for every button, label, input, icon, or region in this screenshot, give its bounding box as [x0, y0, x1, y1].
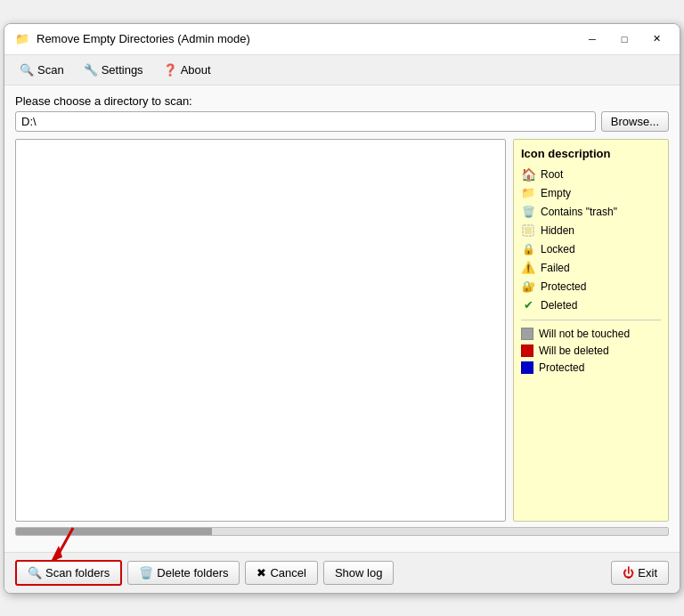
icon-row-protected: 🔐 Protected: [521, 280, 661, 294]
directory-input[interactable]: [15, 111, 596, 132]
hidden-label: Hidden: [541, 224, 574, 237]
delete-folders-icon: 🗑️: [139, 566, 153, 580]
exit-button[interactable]: ⏻ Exit: [611, 561, 669, 585]
legend-row-untouched: Will not be touched: [521, 328, 661, 340]
window-title: Remove Empty Directories (Admin mode): [37, 32, 250, 45]
show-log-button[interactable]: Show log: [323, 561, 394, 585]
delete-folders-button[interactable]: 🗑️ Delete folders: [127, 561, 240, 585]
scan-toolbar-button[interactable]: 🔍 Scan: [12, 59, 72, 81]
progress-bar-container: [15, 527, 669, 536]
hidden-icon: [521, 223, 535, 238]
icon-separator: [521, 320, 661, 320]
title-bar: 📁 Remove Empty Directories (Admin mode) …: [4, 24, 680, 55]
root-icon: 🏠: [521, 167, 535, 182]
window-controls: ─ □ ✕: [580, 31, 669, 47]
svg-rect-1: [525, 227, 532, 234]
scan-icon: 🔍: [20, 63, 34, 77]
svg-marker-3: [51, 546, 62, 562]
legend-deleted-label: Will be deleted: [539, 344, 609, 357]
legend-row-protected: Protected: [521, 361, 661, 374]
settings-icon: 🔧: [84, 63, 98, 77]
icon-row-empty: 📁 Empty: [521, 186, 661, 200]
empty-icon: 📁: [521, 186, 535, 200]
maximize-button[interactable]: □: [612, 31, 637, 47]
icon-row-failed: ⚠️ Failed: [521, 261, 661, 275]
protected-icon: 🔐: [521, 280, 535, 294]
delete-folders-label: Delete folders: [157, 566, 228, 580]
settings-label: Settings: [102, 63, 143, 77]
scan-folders-button[interactable]: 🔍 Scan folders: [15, 560, 122, 586]
tree-panel[interactable]: [15, 139, 506, 522]
browse-button[interactable]: Browse...: [601, 111, 669, 132]
legend-row-deleted: Will be deleted: [521, 344, 661, 357]
empty-label: Empty: [541, 187, 571, 199]
scan-folders-icon: 🔍: [28, 566, 42, 580]
minimize-button[interactable]: ─: [580, 31, 605, 47]
scan-btn-area: 🔍 Scan folders: [15, 560, 122, 586]
legend-red-box: [521, 344, 533, 357]
main-window: 📁 Remove Empty Directories (Admin mode) …: [4, 23, 680, 594]
icon-row-trash: 🗑️ Contains "trash": [521, 205, 661, 219]
scan-label: Scan: [37, 63, 64, 77]
root-label: Root: [541, 168, 563, 181]
deleted-icon: ✔: [521, 298, 535, 312]
app-icon: 📁: [15, 32, 29, 46]
settings-toolbar-button[interactable]: 🔧 Settings: [76, 59, 151, 81]
cancel-button[interactable]: ✖ Cancel: [245, 561, 317, 585]
exit-label: Exit: [638, 566, 657, 580]
icon-row-locked: 🔒 Locked: [521, 242, 661, 256]
content-area: Please choose a directory to scan: Brows…: [4, 85, 680, 545]
locked-label: Locked: [541, 243, 575, 255]
toolbar: 🔍 Scan 🔧 Settings ❓ About: [4, 55, 680, 85]
directory-row: Browse...: [15, 111, 669, 132]
about-toolbar-button[interactable]: ❓ About: [155, 59, 219, 81]
exit-icon: ⏻: [623, 566, 634, 580]
failed-icon: ⚠️: [521, 261, 535, 275]
protected-label: Protected: [541, 280, 586, 293]
scan-folders-label: Scan folders: [45, 566, 110, 580]
show-log-label: Show log: [335, 566, 382, 580]
close-button[interactable]: ✕: [644, 31, 669, 47]
legend-blue-box: [521, 361, 533, 374]
directory-label: Please choose a directory to scan:: [15, 94, 669, 108]
icon-panel-title: Icon description: [521, 147, 661, 160]
icon-panel: Icon description 🏠 Root 📁 Empty 🗑️ Conta…: [513, 139, 669, 522]
icon-row-deleted: ✔ Deleted: [521, 298, 661, 312]
legend-protected-label: Protected: [539, 361, 584, 374]
bottom-bar: 🔍 Scan folders 🗑️ Delete folders ✖ Cance…: [4, 552, 680, 593]
progress-bar-fill: [16, 528, 212, 535]
icon-row-hidden: Hidden: [521, 223, 661, 238]
main-area: Icon description 🏠 Root 📁 Empty 🗑️ Conta…: [15, 139, 669, 522]
icon-row-root: 🏠 Root: [521, 167, 661, 182]
deleted-label: Deleted: [541, 299, 577, 312]
cancel-label: Cancel: [270, 566, 305, 580]
cancel-icon: ✖: [256, 566, 266, 580]
trash-label: Contains "trash": [541, 206, 617, 218]
locked-icon: 🔒: [521, 242, 535, 256]
legend-untouched-label: Will not be touched: [539, 328, 630, 340]
legend-gray-box: [521, 328, 533, 340]
about-icon: ❓: [163, 63, 177, 77]
failed-label: Failed: [541, 262, 570, 274]
trash-icon: 🗑️: [521, 205, 535, 219]
about-label: About: [181, 63, 211, 77]
